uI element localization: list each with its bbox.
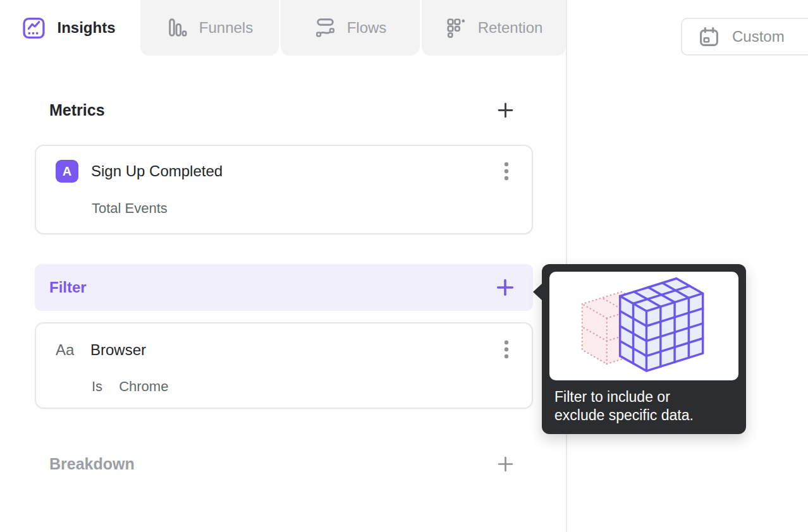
insights-report-builder: Insights Funnels Flows xyxy=(0,0,808,532)
filter-illustration xyxy=(549,272,738,380)
metric-card[interactable]: A Sign Up Completed Total Events xyxy=(35,145,533,234)
tooltip-arrow xyxy=(533,284,542,300)
metrics-section-header: Metrics xyxy=(35,95,533,125)
plus-icon xyxy=(497,456,514,473)
tab-label: Flows xyxy=(347,19,387,37)
date-range-label: Custom xyxy=(732,28,785,45)
filter-value[interactable]: Chrome xyxy=(119,378,168,395)
tab-retention[interactable]: Retention xyxy=(422,0,566,56)
filter-operator[interactable]: Is xyxy=(92,378,102,395)
tooltip-text-line: Filter to include or xyxy=(554,388,733,406)
add-filter-button[interactable] xyxy=(496,279,514,296)
tab-funnels[interactable]: Funnels xyxy=(140,0,279,56)
add-breakdown-button[interactable] xyxy=(496,455,514,473)
tab-flows[interactable]: Flows xyxy=(281,0,420,56)
tab-label: Insights xyxy=(57,19,115,37)
breakdown-section-title: Breakdown xyxy=(49,455,135,473)
property-type-icon: Aa xyxy=(56,341,78,359)
retention-icon xyxy=(445,17,467,39)
metrics-section-title: Metrics xyxy=(49,101,105,119)
tab-label: Funnels xyxy=(199,19,253,37)
calendar-icon xyxy=(699,27,719,47)
insights-icon xyxy=(22,16,46,40)
filter-section-title: Filter xyxy=(49,279,87,296)
flows-icon xyxy=(314,17,336,39)
tooltip-text-line: exclude specific data. xyxy=(554,406,733,425)
plus-icon xyxy=(497,102,514,119)
data-cube-illustration xyxy=(576,272,713,380)
metric-options-kebab-icon[interactable] xyxy=(504,162,509,181)
filter-section-header: Filter xyxy=(35,264,533,311)
add-metric-button[interactable] xyxy=(496,101,514,119)
filter-hint-tooltip: Filter to include or exclude specific da… xyxy=(542,264,746,434)
tab-insights[interactable]: Insights xyxy=(0,0,138,56)
filter-card[interactable]: Aa Browser Is Chrome xyxy=(35,322,533,409)
metric-aggregation[interactable]: Total Events xyxy=(92,200,168,217)
tab-label: Retention xyxy=(478,19,543,37)
metric-event-name[interactable]: Sign Up Completed xyxy=(91,162,223,180)
metric-series-badge[interactable]: A xyxy=(56,160,78,183)
plus-icon xyxy=(496,279,514,296)
filter-options-kebab-icon[interactable] xyxy=(504,340,509,360)
breakdown-section-header: Breakdown xyxy=(35,447,533,480)
filter-property-name[interactable]: Browser xyxy=(90,341,146,359)
funnels-icon xyxy=(166,17,188,39)
date-range-custom-button[interactable]: Custom xyxy=(681,18,808,56)
